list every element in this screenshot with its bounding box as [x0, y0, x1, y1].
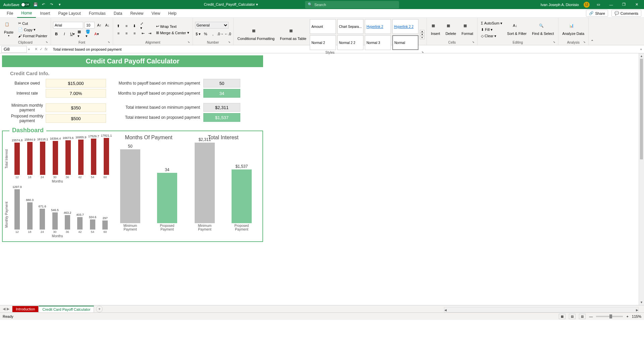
- number-format-select[interactable]: General: [195, 22, 229, 29]
- horizontal-scrollbar[interactable]: ◀ ▶: [444, 307, 639, 312]
- fill-color-button[interactable]: 🪣 ▾: [85, 31, 92, 37]
- redo-icon[interactable]: ↷: [49, 2, 54, 7]
- delete-cells-button[interactable]: ▦Delete: [443, 23, 458, 36]
- user-name[interactable]: Ivan Joseph A. Dionisio: [541, 3, 579, 7]
- bold-button[interactable]: B: [53, 31, 60, 37]
- tab-file[interactable]: File: [3, 9, 17, 17]
- document-title[interactable]: Credit_Card_Payoff_Calculator ▾: [204, 2, 258, 7]
- align-top-icon[interactable]: ⬆: [115, 22, 122, 29]
- ribbon-display-icon[interactable]: ▭: [594, 2, 602, 7]
- sort-filter-button[interactable]: A↓Sort & Filter: [505, 23, 529, 36]
- style-hyperlink2[interactable]: Hyperlink 2: [365, 19, 391, 34]
- min-pay-value[interactable]: $350: [46, 103, 106, 112]
- format-cells-button[interactable]: ▦Format: [459, 23, 475, 36]
- decrease-indent-icon[interactable]: ⇤: [140, 30, 147, 37]
- accounting-icon[interactable]: $ ▾: [195, 31, 202, 37]
- page-break-view-icon[interactable]: ▥: [579, 314, 586, 319]
- undo-icon[interactable]: ↶: [41, 2, 46, 7]
- font-color-button[interactable]: A ▾: [93, 31, 100, 37]
- comma-icon[interactable]: ,: [210, 31, 216, 37]
- font-name-select[interactable]: [53, 22, 83, 29]
- tab-data[interactable]: Data: [110, 9, 126, 17]
- expand-formula-icon[interactable]: ▾: [638, 48, 644, 51]
- merge-center-button[interactable]: ⊞Merge & Center ▾: [155, 30, 191, 36]
- styles-scroll-up[interactable]: ▲: [420, 30, 425, 33]
- scroll-thumb[interactable]: [640, 59, 643, 159]
- enter-formula-icon[interactable]: ✓: [40, 47, 43, 51]
- align-center-icon[interactable]: ≡: [123, 30, 130, 37]
- balance-value[interactable]: $15,000: [46, 79, 106, 88]
- tab-review[interactable]: Review: [126, 9, 147, 17]
- tab-insert[interactable]: Insert: [36, 9, 54, 17]
- zoom-out-icon[interactable]: —: [589, 314, 593, 318]
- tab-home[interactable]: Home: [17, 9, 36, 18]
- percent-icon[interactable]: %: [202, 31, 209, 37]
- tab-help[interactable]: Help: [164, 9, 181, 17]
- styles-scroll-more[interactable]: ▾: [420, 36, 425, 39]
- analyze-data-button[interactable]: 📊Analyze Data: [560, 23, 586, 36]
- italic-button[interactable]: I: [61, 31, 68, 37]
- styles-scroll-down[interactable]: ▼: [420, 33, 425, 36]
- style-amount[interactable]: Amount: [310, 19, 336, 34]
- fill-button[interactable]: ⬇Fill ▾: [480, 27, 504, 33]
- cancel-formula-icon[interactable]: ✕: [35, 47, 38, 51]
- format-painter-button[interactable]: 🖌Format Painter: [17, 33, 49, 39]
- h-scroll-left-icon[interactable]: ◀: [444, 307, 447, 313]
- collapse-ribbon-icon[interactable]: ⌃: [589, 18, 595, 45]
- prop-pay-value[interactable]: $500: [46, 114, 106, 123]
- close-icon[interactable]: ✕: [633, 2, 641, 7]
- copy-button[interactable]: 📄Copy ▾: [17, 27, 49, 33]
- zoom-slider[interactable]: [596, 316, 623, 317]
- cut-button[interactable]: ✂Cut: [17, 20, 49, 26]
- sheet-tab-intro[interactable]: Introduction: [12, 306, 39, 312]
- wrap-text-button[interactable]: ↩Wrap Text: [155, 23, 191, 29]
- search-box[interactable]: 🔍 Search: [305, 1, 399, 8]
- clear-button[interactable]: ◇Clear ▾: [480, 33, 504, 39]
- share-button[interactable]: 🔗 Share: [586, 10, 608, 17]
- decrease-decimal-icon[interactable]: ←.0: [225, 31, 231, 37]
- style-chart-sep[interactable]: Chart Separa...: [337, 19, 363, 34]
- h-scroll-right-icon[interactable]: ▶: [636, 307, 638, 313]
- tab-view[interactable]: View: [148, 9, 164, 17]
- add-sheet-button[interactable]: +: [96, 306, 103, 312]
- name-box[interactable]: [1, 46, 27, 53]
- page-layout-view-icon[interactable]: ▤: [569, 314, 576, 319]
- rate-value[interactable]: 7.00%: [46, 89, 106, 98]
- minimize-icon[interactable]: —: [607, 2, 615, 7]
- decrease-font-icon[interactable]: A↓: [104, 22, 111, 29]
- save-icon[interactable]: 💾: [33, 2, 38, 7]
- align-left-icon[interactable]: ≡: [115, 30, 122, 37]
- align-middle-icon[interactable]: ≡: [123, 22, 130, 29]
- vertical-scrollbar[interactable]: ▲ ▼: [639, 53, 644, 305]
- orientation-icon[interactable]: ⤢ ▾: [140, 22, 147, 29]
- style-hyperlink22[interactable]: Hyperlink 2 2: [392, 19, 418, 34]
- empty-cells[interactable]: [265, 53, 639, 305]
- scroll-up-icon[interactable]: ▲: [639, 53, 644, 59]
- qat-dropdown-icon[interactable]: ▾: [57, 2, 62, 7]
- tab-prev-icon[interactable]: ◀: [3, 307, 5, 311]
- scroll-down-icon[interactable]: ▼: [639, 300, 644, 305]
- tab-next-icon[interactable]: ▶: [7, 307, 9, 311]
- zoom-in-icon[interactable]: +: [626, 314, 628, 318]
- maximize-icon[interactable]: ❐: [620, 2, 628, 7]
- font-size-select[interactable]: [85, 22, 95, 29]
- zoom-level[interactable]: 115%: [632, 314, 641, 318]
- align-right-icon[interactable]: ≡: [131, 30, 138, 37]
- increase-indent-icon[interactable]: ⇥: [147, 30, 153, 37]
- align-bottom-icon[interactable]: ⬇: [131, 22, 138, 29]
- format-as-table-button[interactable]: ▦Format as Table: [278, 28, 308, 41]
- fx-icon[interactable]: fx: [45, 47, 48, 51]
- paste-button[interactable]: 📋 Paste ▾: [2, 21, 15, 38]
- increase-decimal-icon[interactable]: .0→: [217, 31, 224, 37]
- tab-formulas[interactable]: Formulas: [85, 9, 110, 17]
- autosave-toggle[interactable]: AutoSave Off: [3, 2, 30, 7]
- insert-cells-button[interactable]: ▦Insert: [429, 23, 442, 36]
- sheet-tab-calculator[interactable]: Credit Card Payoff Calculator: [39, 306, 94, 312]
- comments-button[interactable]: 💬 Comments: [611, 10, 641, 17]
- find-select-button[interactable]: 🔍Find & Select: [530, 23, 556, 36]
- user-avatar[interactable]: IJ: [584, 2, 590, 8]
- increase-font-icon[interactable]: A↑: [96, 22, 103, 29]
- underline-button[interactable]: U ▾: [69, 31, 76, 37]
- conditional-formatting-button[interactable]: ▦Conditional Formatting: [236, 28, 277, 41]
- normal-view-icon[interactable]: ▦: [559, 314, 565, 319]
